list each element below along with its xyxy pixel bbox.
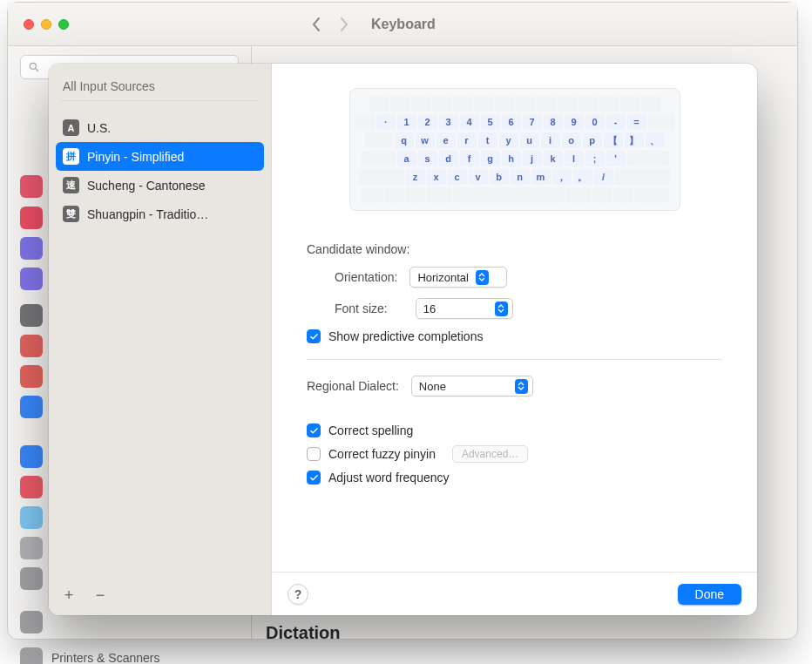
keyboard-key: ;: [585, 151, 605, 166]
adjust-word-frequency-checkbox[interactable]: [307, 471, 321, 484]
divider: [61, 100, 259, 101]
keyboard-key: b: [490, 169, 509, 185]
input-source-item[interactable]: 拼Pinyin - Simplified: [56, 142, 264, 171]
keyboard-key: p: [583, 132, 602, 148]
input-source-item[interactable]: 雙Shuangpin - Traditio…: [56, 200, 264, 228]
help-button[interactable]: ?: [288, 584, 308, 605]
keyboard-key: 、: [646, 132, 665, 148]
add-input-source-button[interactable]: +: [56, 584, 82, 606]
input-source-badge: 拼: [63, 148, 79, 165]
keyboard-key: 6: [502, 114, 521, 130]
keyboard-key: t: [478, 132, 497, 148]
sidebar-app-icon: [20, 365, 43, 388]
keyboard-key: 2: [418, 114, 437, 130]
adjust-word-frequency-label: Adjust word frequency: [328, 471, 450, 484]
keyboard-key: h: [502, 151, 521, 166]
sidebar-app-icon: [20, 237, 43, 260]
window-title: Keyboard: [371, 17, 436, 32]
sidebar-app-icon: [20, 476, 43, 498]
keyboard-key: l: [565, 151, 584, 166]
fontsize-label: Font size:: [335, 302, 388, 315]
candidate-window-header: Candidate window:: [307, 242, 409, 256]
keyboard-key: =: [627, 114, 646, 130]
sidebar-app-icon: [20, 175, 43, 198]
minimize-window-button[interactable]: [41, 19, 51, 30]
forward-button[interactable]: [339, 17, 349, 32]
section-header: Dictation: [266, 623, 341, 643]
done-button[interactable]: Done: [678, 584, 741, 605]
chevron-up-down-icon: [515, 379, 528, 394]
input-source-label: Sucheng - Cantonese: [87, 179, 205, 193]
sidebar-item-label: Printers & Scanners: [51, 651, 236, 664]
keyboard-key: i: [541, 132, 560, 148]
keyboard-key: ': [606, 151, 626, 166]
keyboard-key: 【: [604, 132, 623, 148]
input-source-badge: A: [63, 119, 79, 136]
keyboard-key: x: [427, 169, 446, 185]
zoom-window-button[interactable]: [58, 19, 69, 30]
input-source-item[interactable]: AU.S.: [56, 113, 264, 142]
fontsize-value: 16: [423, 302, 436, 315]
keyboard-key: 3: [439, 114, 458, 130]
sidebar-app-icon: [20, 611, 43, 634]
fontsize-select[interactable]: 16: [416, 298, 513, 319]
sidebar-app-icon: [20, 537, 43, 559]
regional-dialect-label: Regional Dialect:: [307, 379, 399, 393]
keyboard-key: d: [439, 151, 458, 166]
input-source-label: Shuangpin - Traditio…: [87, 207, 208, 221]
sidebar-app-icon: [20, 268, 43, 290]
keyboard-key: m: [531, 169, 551, 185]
orientation-value: Horizontal: [417, 271, 469, 284]
keyboard-key: q: [395, 132, 414, 148]
keyboard-key: r: [457, 132, 477, 148]
sidebar-app-icon: [20, 567, 43, 590]
keyboard-key: g: [481, 151, 500, 166]
keyboard-key: o: [562, 132, 581, 148]
regional-dialect-select[interactable]: None: [411, 376, 533, 396]
close-window-button[interactable]: [24, 19, 34, 30]
correct-spelling-checkbox[interactable]: [307, 423, 321, 437]
keyboard-key: 。: [573, 169, 592, 185]
keyboard-key: 4: [460, 114, 479, 130]
input-source-detail: ·1234567890-=qwertyuiop【】、asdfghjkl;'zxc…: [272, 64, 757, 615]
keyboard-key: s: [418, 151, 437, 166]
input-source-label: Pinyin - Simplified: [87, 150, 184, 164]
input-source-label: U.S.: [87, 121, 111, 135]
remove-input-source-button[interactable]: −: [87, 584, 113, 606]
keyboard-key: f: [460, 151, 479, 166]
input-source-badge: 速: [63, 177, 79, 193]
input-source-item[interactable]: 速Sucheng - Cantonese: [56, 171, 264, 200]
window-controls: [24, 19, 69, 30]
keyboard-key: k: [544, 151, 563, 166]
keyboard-key: a: [397, 151, 416, 166]
regional-dialect-value: None: [419, 380, 446, 393]
advanced-button[interactable]: Advanced…: [452, 445, 528, 463]
predictive-completions-checkbox[interactable]: [307, 329, 321, 343]
predictive-completions-label: Show predictive completions: [328, 329, 483, 343]
sidebar-app-icon: [20, 304, 43, 327]
keyboard-key: y: [499, 132, 518, 148]
keyboard-key: /: [594, 169, 613, 185]
correct-fuzzy-pinyin-checkbox[interactable]: [307, 447, 321, 461]
orientation-select[interactable]: Horizontal: [409, 267, 507, 288]
keyboard-key: ，: [552, 169, 572, 185]
keyboard-key: w: [416, 132, 435, 148]
input-sources-list: AU.S.拼Pinyin - Simplified速Sucheng - Cant…: [49, 108, 271, 582]
divider: [307, 359, 722, 360]
sidebar-app-icon: [20, 335, 43, 357]
input-sources-sheet: All Input Sources AU.S.拼Pinyin - Simplif…: [49, 64, 757, 615]
svg-point-0: [30, 63, 36, 69]
titlebar: Keyboard: [8, 3, 797, 46]
sidebar-app-icon: [20, 647, 43, 664]
keyboard-key: 1: [397, 114, 416, 130]
input-sources-pane: All Input Sources AU.S.拼Pinyin - Simplif…: [49, 64, 272, 615]
keyboard-key: c: [448, 169, 467, 185]
svg-line-1: [36, 69, 38, 71]
keyboard-key: -: [606, 114, 626, 130]
keyboard-key: 0: [585, 114, 605, 130]
keyboard-key: z: [406, 169, 425, 185]
keyboard-key: 】: [625, 132, 644, 148]
correct-fuzzy-pinyin-label: Correct fuzzy pinyin: [328, 447, 436, 461]
keyboard-key: n: [511, 169, 530, 185]
back-button[interactable]: [311, 17, 321, 32]
